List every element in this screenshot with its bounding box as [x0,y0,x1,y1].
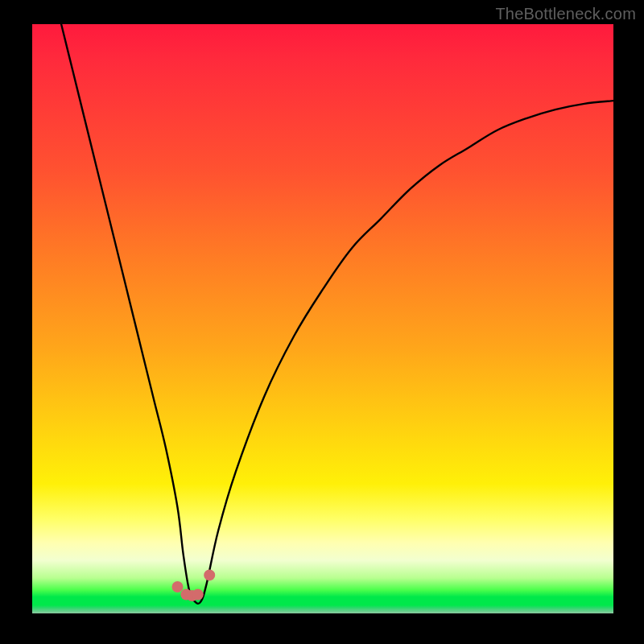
watermark-text: TheBottleneck.com [495,5,636,23]
trough-markers [172,569,216,601]
chart-svg [32,24,613,613]
trough-marker [172,581,184,592]
chart-frame: TheBottleneck.com [0,0,644,644]
trough-marker [192,589,204,601]
bottleneck-curve [61,24,613,604]
trough-marker [204,569,215,580]
